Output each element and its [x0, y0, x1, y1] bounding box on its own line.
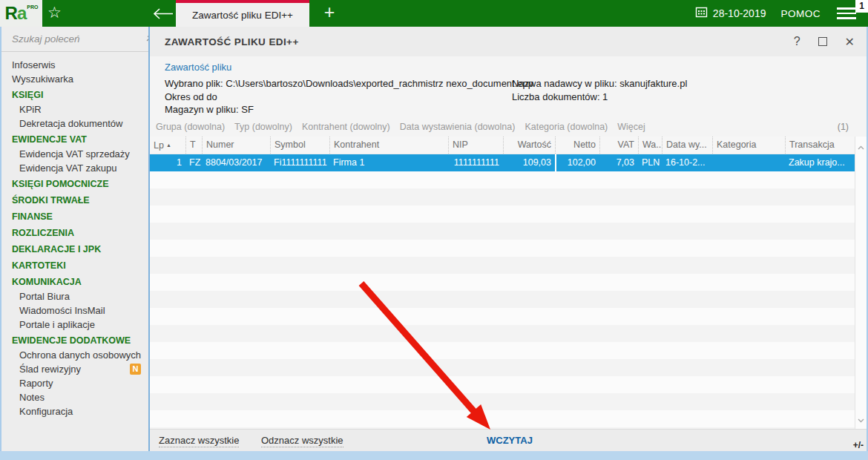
- col-header-data-wystawienia[interactable]: Data wy...: [662, 137, 712, 154]
- help-menu[interactable]: POMOC: [780, 8, 821, 19]
- filter-kategoria[interactable]: Kategoria (dowolna): [525, 122, 608, 132]
- sidebar-item-label: Ślad rewizyjny: [19, 364, 81, 375]
- panel-footer: Zaznacz wszystkie Odznacz wszystkie WCZY…: [150, 429, 867, 451]
- tab-title: Zawartość pliku EDI++: [192, 10, 293, 21]
- zoom-toggle-button[interactable]: +/-: [853, 440, 864, 450]
- sidebar-item-ewidencje-vat[interactable]: EWIDENCJE VAT: [1, 133, 148, 147]
- col-header-netto[interactable]: Netto: [555, 137, 599, 154]
- file-info-right: Nazwa nadawcy w pliku: skanujfakture.pl …: [512, 77, 687, 117]
- new-feature-badge: N: [130, 364, 141, 375]
- back-arrow-icon[interactable]: [153, 7, 174, 23]
- sidebar-item-komunikacja[interactable]: KOMUNIKACJA: [1, 275, 148, 289]
- sidebar-item-ksiegi[interactable]: KSIĘGI: [1, 88, 148, 102]
- col-header-wartosc[interactable]: Wartość: [503, 137, 555, 154]
- sidebar-item-dekretacja-dokumentow[interactable]: Dekretacja dokumentów: [1, 116, 148, 131]
- col-header-numer[interactable]: Numer: [202, 137, 270, 154]
- sidebar-nav: Infoserwis Wyszukiwarka KSIĘGI KPiR Dekr…: [1, 52, 148, 418]
- app-logo[interactable]: RaPRO: [0, 0, 42, 27]
- panel-title: ZAWARTOŚĆ PLIKU EDI++: [165, 36, 776, 47]
- cell-waluta: PLN: [638, 154, 662, 171]
- cell-wartosc: 109,03: [503, 154, 555, 171]
- sidebar-item-slad-rewizyjny[interactable]: Ślad rewizyjny N: [1, 362, 148, 376]
- sidebar-item-kartoteki[interactable]: KARTOTEKI: [1, 259, 148, 273]
- cell-typ: FZ: [185, 154, 202, 171]
- cell-transakcja: Zakup krajo...: [785, 154, 855, 171]
- cell-data-wystawienia: 16-10-2...: [662, 154, 712, 171]
- vertical-scrollbar[interactable]: [855, 137, 867, 429]
- sidebar-item-ewidencje-dodatkowe[interactable]: EWIDENCJE DODATKOWE: [1, 334, 148, 348]
- filter-bar: Grupa (dowolna) Typ (dowolny) Kontrahent…: [150, 117, 867, 137]
- hamburger-menu-icon[interactable]: [837, 4, 856, 22]
- cell-symbol: Fi1111111111: [270, 154, 329, 171]
- table-header: Lp▲ T Numer Symbol Kontrahent NIP Wartoś…: [150, 137, 855, 154]
- sidebar-item-wyszukiwarka[interactable]: Wyszukiwarka: [1, 72, 148, 86]
- sidebar-item-ochrona-danych-osobowych[interactable]: Ochrona danych osobowych: [1, 348, 148, 362]
- filter-grupa[interactable]: Grupa (dowolna): [156, 122, 225, 132]
- sidebar-item-rozliczenia[interactable]: ROZLICZENIA: [1, 226, 148, 240]
- window-border-bottom: [0, 451, 868, 460]
- new-tab-button[interactable]: +: [319, 1, 340, 25]
- notification-badge[interactable]: 1: [855, 0, 868, 13]
- panel-help-icon[interactable]: ?: [794, 35, 800, 48]
- sidebar-item-ksiegi-pomocnicze[interactable]: KSIĘGI POMOCNICZE: [1, 177, 148, 191]
- scroll-up-icon[interactable]: [858, 139, 864, 153]
- col-header-symbol[interactable]: Symbol: [270, 137, 329, 154]
- sidebar-item-ewidencja-vat-zakupu[interactable]: Ewidencja VAT zakupu: [1, 161, 148, 175]
- select-all-button[interactable]: Zaznacz wszystkie: [159, 435, 239, 447]
- sidebar-item-wiadomosci-insmail[interactable]: Wiadomości InsMail: [1, 303, 148, 318]
- sidebar: Infoserwis Wyszukiwarka KSIĘGI KPiR Dekr…: [1, 27, 148, 451]
- period-info: Okres od do: [165, 91, 512, 104]
- col-header-vat[interactable]: VAT: [599, 137, 638, 154]
- app-window: RaPRO ☆ Zawartość pliku EDI++ + 28-10-20…: [0, 0, 868, 460]
- command-search-row: [1, 27, 148, 52]
- maximize-icon[interactable]: [818, 37, 827, 46]
- cell-netto: 102,00: [555, 154, 599, 171]
- table-row[interactable]: 1 FZ 8804/03/2017 Fi1111111111 Firma 1 1…: [150, 154, 855, 171]
- col-header-t[interactable]: T: [185, 137, 202, 154]
- sidebar-item-ewidencja-vat-sprzedazy[interactable]: Ewidencja VAT sprzedaży: [1, 147, 148, 161]
- col-header-transakcja[interactable]: Transakcja: [785, 137, 855, 154]
- filter-typ[interactable]: Typ (dowolny): [234, 122, 292, 132]
- sidebar-item-portal-biura[interactable]: Portal Biura: [1, 289, 148, 303]
- favorites-star-icon[interactable]: ☆: [47, 4, 62, 22]
- breadcrumb-link[interactable]: Zawartość pliku: [165, 62, 231, 73]
- panel-title-bar: ZAWARTOŚĆ PLIKU EDI++ ? ✕: [150, 27, 867, 56]
- col-header-waluta[interactable]: Wa...: [638, 137, 662, 154]
- col-header-kategoria[interactable]: Kategoria: [712, 137, 785, 154]
- sidebar-item-portale-i-aplikacje[interactable]: Portale i aplikacje: [1, 318, 148, 332]
- search-input[interactable]: [12, 33, 145, 45]
- calendar-icon[interactable]: [695, 6, 708, 22]
- col-header-lp[interactable]: Lp▲: [150, 137, 185, 154]
- filter-wiecej[interactable]: Więcej: [617, 122, 645, 132]
- sidebar-item-notes[interactable]: Notes: [1, 390, 148, 404]
- sender-info: Nazwa nadawcy w pliku: skanujfakture.pl: [512, 77, 687, 91]
- col-header-nip[interactable]: NIP: [448, 137, 503, 154]
- topbar: RaPRO ☆ Zawartość pliku EDI++ + 28-10-20…: [0, 0, 868, 27]
- topbar-right: 28-10-2019 POMOC: [695, 0, 856, 27]
- sidebar-item-kpir[interactable]: KPiR: [1, 102, 148, 116]
- close-icon[interactable]: ✕: [845, 35, 855, 49]
- logo-pro-label: PRO: [27, 4, 38, 10]
- result-count: (1): [838, 122, 849, 132]
- wczytaj-button[interactable]: WCZYTAJ: [487, 435, 533, 446]
- cell-vat: 7,03: [599, 154, 638, 171]
- edi-file-panel: ZAWARTOŚĆ PLIKU EDI++ ? ✕ Zawartość plik…: [150, 27, 867, 451]
- sidebar-item-srodki-trwale[interactable]: ŚRODKI TRWAŁE: [1, 194, 148, 208]
- cell-kontrahent: Firma 1: [329, 154, 448, 171]
- sidebar-item-finanse[interactable]: FINANSE: [1, 210, 148, 224]
- cell-numer: 8804/03/2017: [202, 154, 270, 171]
- breadcrumb: Zawartość pliku: [150, 56, 867, 74]
- deselect-all-button[interactable]: Odznacz wszystkie: [261, 435, 343, 447]
- filter-kontrahent[interactable]: Kontrahent (dowolny): [302, 122, 390, 132]
- sidebar-item-konfiguracja[interactable]: Konfiguracja: [1, 404, 148, 418]
- file-info-block: Wybrano plik: C:\Users\bartoszo\Download…: [150, 74, 867, 117]
- sidebar-item-deklaracje-i-jpk[interactable]: DEKLARACJE I JPK: [1, 243, 148, 257]
- sidebar-item-infoserwis[interactable]: Infoserwis: [1, 58, 148, 72]
- filter-data-wystawienia[interactable]: Data wystawienia (dowolna): [400, 122, 516, 132]
- document-list[interactable]: 1 FZ 8804/03/2017 Fi1111111111 Firma 1 1…: [150, 154, 867, 429]
- sidebar-item-raporty[interactable]: Raporty: [1, 376, 148, 390]
- scroll-down-icon[interactable]: [858, 413, 864, 426]
- col-header-kontrahent[interactable]: Kontrahent: [329, 137, 448, 154]
- tab-zawartosc-pliku-edi[interactable]: Zawartość pliku EDI++: [176, 0, 309, 27]
- current-date[interactable]: 28-10-2019: [713, 7, 766, 19]
